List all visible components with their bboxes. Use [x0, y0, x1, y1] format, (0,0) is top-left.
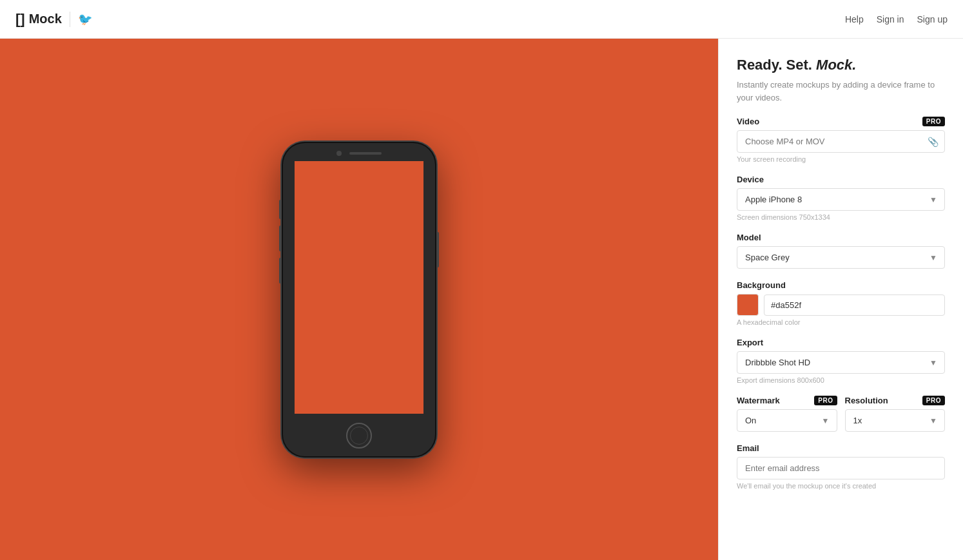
phone-power-button: [436, 232, 439, 267]
resolution-select-wrapper: 1x 2x 3x ▼: [845, 409, 946, 432]
background-label: Background: [737, 280, 786, 290]
logo[interactable]: [] Mock: [15, 11, 62, 28]
video-hint: Your screen recording: [737, 155, 945, 163]
phone-camera: [336, 151, 342, 156]
panel-title: Ready. Set. Mock.: [737, 57, 945, 73]
phone-mute-button: [279, 200, 282, 219]
export-select-wrapper: Dribbble Shot HD 1080p 4K ▼: [737, 351, 945, 374]
model-select-wrapper: Space Grey Silver Gold ▼: [737, 246, 945, 269]
right-panel: Ready. Set. Mock. Instantly create mocku…: [718, 39, 963, 560]
watermark-resolution-row: Watermark PRO On Off ▼ Resolution PRO: [737, 396, 945, 432]
model-field-group: Model Space Grey Silver Gold ▼: [737, 233, 945, 269]
resolution-pro-badge: PRO: [922, 396, 945, 405]
watermark-field-group: Watermark PRO On Off ▼: [737, 396, 837, 432]
background-label-row: Background: [737, 280, 945, 290]
email-label: Email: [737, 443, 759, 453]
video-label: Video: [737, 117, 759, 126]
video-label-row: Video PRO: [737, 117, 945, 126]
phone-volume-up-button: [279, 226, 282, 251]
preview-area: [0, 39, 718, 560]
resolution-field-group: Resolution PRO 1x 2x 3x ▼: [845, 396, 946, 432]
color-hex-input[interactable]: [764, 294, 945, 316]
email-hint: We'll email you the mockup once it's cre…: [737, 482, 945, 490]
background-row: [737, 294, 945, 316]
phone-home-inner: [350, 427, 368, 445]
logo-text: Mock: [29, 12, 62, 26]
logo-bracket: []: [15, 11, 25, 28]
panel-title-italic: Mock.: [816, 57, 856, 73]
device-label-row: Device: [737, 175, 945, 184]
resolution-select[interactable]: 1x 2x 3x: [845, 409, 946, 432]
color-swatch[interactable]: [737, 294, 759, 316]
video-pro-badge: PRO: [922, 117, 945, 126]
watermark-select[interactable]: On Off: [737, 409, 837, 432]
watermark-select-wrapper: On Off ▼: [737, 409, 837, 432]
sign-up-link[interactable]: Sign up: [917, 14, 948, 24]
phone-bottom-bar: [282, 414, 436, 458]
clip-icon: 📎: [928, 137, 939, 147]
model-label: Model: [737, 233, 761, 242]
video-input[interactable]: [737, 130, 945, 153]
model-select[interactable]: Space Grey Silver Gold: [737, 246, 945, 269]
device-select-wrapper: Apple iPhone 8 Apple iPhone X Apple iPho…: [737, 188, 945, 211]
video-input-wrapper: 📎: [737, 130, 945, 153]
export-label-row: Export: [737, 338, 945, 347]
phone-volume-down-button: [279, 258, 282, 284]
export-field-group: Export Dribbble Shot HD 1080p 4K ▼ Expor…: [737, 338, 945, 384]
phone-screen: [295, 161, 423, 414]
panel-title-plain: Ready. Set.: [737, 57, 816, 73]
header-divider: [70, 12, 70, 27]
twitter-icon[interactable]: 🐦: [78, 12, 92, 26]
device-hint: Screen dimensions 750x1334: [737, 213, 945, 221]
help-link[interactable]: Help: [845, 14, 864, 24]
watermark-label-row: Watermark PRO: [737, 396, 837, 405]
header-left: [] Mock 🐦: [15, 11, 92, 28]
resolution-label-row: Resolution PRO: [845, 396, 946, 405]
sign-in-link[interactable]: Sign in: [877, 14, 904, 24]
phone-mockup: [282, 142, 436, 458]
watermark-pro-badge: PRO: [814, 396, 837, 405]
resolution-label: Resolution: [845, 396, 888, 405]
main-layout: Ready. Set. Mock. Instantly create mocku…: [0, 39, 963, 560]
header: [] Mock 🐦 Help Sign in Sign up: [0, 0, 963, 39]
email-input[interactable]: [737, 457, 945, 479]
background-field-group: Background A hexadecimal color: [737, 280, 945, 326]
watermark-label: Watermark: [737, 396, 780, 405]
header-nav: Help Sign in Sign up: [845, 14, 948, 24]
phone-speaker: [349, 152, 382, 155]
email-field-group: Email We'll email you the mockup once it…: [737, 443, 945, 490]
device-field-group: Device Apple iPhone 8 Apple iPhone X App…: [737, 175, 945, 221]
model-label-row: Model: [737, 233, 945, 242]
video-field-group: Video PRO 📎 Your screen recording: [737, 117, 945, 163]
email-label-row: Email: [737, 443, 945, 453]
device-label: Device: [737, 175, 764, 184]
export-hint: Export dimensions 800x600: [737, 376, 945, 384]
panel-subtitle: Instantly create mockups by adding a dev…: [737, 79, 945, 104]
export-label: Export: [737, 338, 763, 347]
export-select[interactable]: Dribbble Shot HD 1080p 4K: [737, 351, 945, 374]
device-select[interactable]: Apple iPhone 8 Apple iPhone X Apple iPho…: [737, 188, 945, 211]
phone-top-bar: [282, 142, 436, 161]
phone-home-button: [346, 423, 372, 449]
background-hint: A hexadecimal color: [737, 318, 945, 326]
